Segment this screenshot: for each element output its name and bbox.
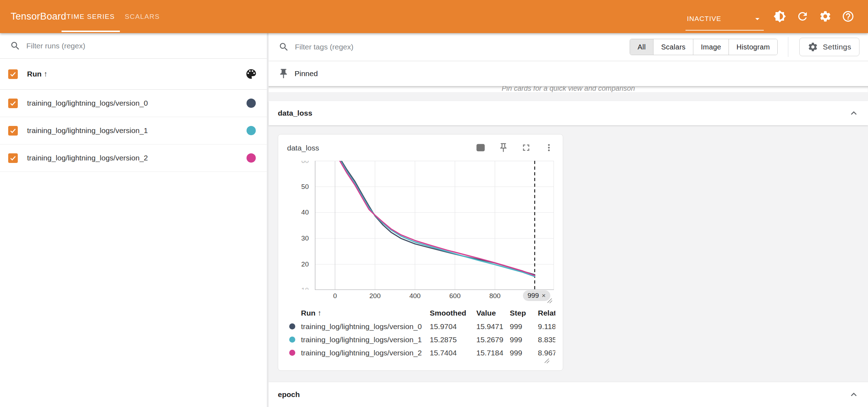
y-axis-labels: 203040501060 [294, 161, 312, 290]
x-tick-label: 400 [409, 292, 421, 300]
pin-card-button[interactable] [498, 142, 509, 153]
cell-run: training_log/lightning_logs/version_2 [301, 349, 430, 357]
col-value[interactable]: Value [476, 309, 510, 317]
x-tick-label: 200 [369, 292, 381, 300]
filter-all-button[interactable]: All [630, 39, 653, 55]
series-line[interactable] [339, 161, 535, 276]
main-panel: All Scalars Image Histogram Settings Pin… [269, 33, 868, 407]
cell-step: 999 [510, 322, 538, 331]
filter-image-button[interactable]: Image [693, 39, 729, 55]
toolbar-divider [788, 37, 788, 57]
run-checkbox[interactable] [8, 126, 18, 136]
run-values-table: Run ↑ Smoothed Value Step Relative train… [287, 306, 555, 362]
filter-tags-input[interactable] [295, 43, 630, 51]
refresh-icon [796, 10, 809, 23]
check-icon [9, 154, 17, 162]
section-gap [269, 92, 868, 101]
tag-type-filter-group: All Scalars Image Histogram [630, 39, 778, 55]
section-title: epoch [278, 390, 848, 399]
card-toolbar [475, 142, 554, 153]
fullscreen-button[interactable] [521, 142, 531, 153]
x-tick-label: 800 [489, 292, 501, 300]
fit-domain-button[interactable] [475, 142, 486, 153]
cell-relative: 8.967 [538, 349, 555, 357]
brightness-icon [773, 10, 786, 23]
settings-gear-button[interactable] [819, 10, 832, 23]
run-color-dot [289, 350, 295, 356]
cards-area: data_loss [269, 125, 868, 382]
table-header-row: Run ↑ Smoothed Value Step Relative [287, 306, 555, 320]
collapse-section-button[interactable] [848, 389, 859, 400]
close-icon[interactable]: × [542, 292, 546, 300]
cell-smoothed: 15.7404 [430, 349, 476, 357]
pinned-section-header: Pinned [269, 61, 868, 86]
more-vert-icon [544, 142, 554, 153]
help-icon [842, 10, 854, 23]
y-tick-label: 50 [294, 182, 309, 191]
run-color-dot[interactable] [247, 126, 256, 135]
refresh-button[interactable] [796, 10, 809, 23]
app-header: TensorBoard TIME SERIES SCALARS INACTIVE [0, 0, 868, 33]
run-row-version-1: training_log/lightning_logs/version_1 [0, 117, 267, 144]
filter-runs-input[interactable] [26, 42, 267, 50]
search-icon [10, 41, 21, 51]
settings-button[interactable]: Settings [799, 38, 859, 56]
table-row: training_log/lightning_logs/version_0 15… [287, 320, 555, 333]
section-header-epoch[interactable]: epoch [269, 382, 868, 407]
filter-scalars-button[interactable]: Scalars [653, 39, 693, 55]
y-tick-label: 10 [294, 286, 309, 290]
line-chart[interactable] [315, 161, 554, 290]
select-all-runs-checkbox[interactable] [8, 69, 18, 79]
palette-icon[interactable] [245, 68, 258, 80]
card-menu-button[interactable] [544, 142, 554, 153]
cell-run: training_log/lightning_logs/version_0 [301, 322, 430, 331]
main-tabs: TIME SERIES SCALARS [62, 0, 165, 33]
chart-plot-area[interactable] [315, 161, 554, 290]
col-relative[interactable]: Relative [538, 309, 555, 317]
search-icon [279, 42, 289, 52]
y-tick-label: 20 [294, 260, 309, 269]
run-color-dot[interactable] [247, 153, 256, 163]
chevron-up-icon [848, 107, 859, 119]
filter-runs-row [0, 33, 267, 59]
filter-histogram-button[interactable]: Histogram [729, 39, 777, 55]
cell-step: 999 [510, 335, 538, 344]
table-resize-handle[interactable] [543, 357, 550, 364]
app-title: TensorBoard [0, 11, 62, 22]
col-run[interactable]: Run ↑ [301, 309, 430, 317]
collapse-section-button[interactable] [848, 107, 859, 119]
cell-step: 999 [510, 349, 538, 357]
help-button[interactable] [842, 10, 854, 23]
y-tick-label: 40 [294, 208, 309, 217]
section-title: data_loss [278, 109, 848, 117]
run-checkbox[interactable] [8, 153, 18, 163]
series-line[interactable] [339, 161, 535, 275]
section-header-data-loss[interactable]: data_loss [269, 101, 868, 125]
series-line[interactable] [339, 161, 535, 275]
run-row-version-2: training_log/lightning_logs/version_2 [0, 144, 267, 172]
cell-relative: 9.118 [538, 322, 555, 331]
table-row: training_log/lightning_logs/version_2 15… [287, 346, 555, 359]
run-checkbox[interactable] [8, 99, 18, 108]
tab-time-series[interactable]: TIME SERIES [62, 0, 120, 33]
cell-smoothed: 15.9704 [430, 322, 476, 331]
brightness-toggle-button[interactable] [773, 10, 786, 23]
reload-status-dropdown[interactable]: INACTIVE [686, 8, 764, 31]
y-tick-label: 60 [294, 161, 309, 165]
run-label: training_log/lightning_logs/version_0 [27, 99, 247, 107]
scalar-card-data-loss: data_loss [278, 134, 563, 371]
fit-to-data-icon [475, 142, 486, 153]
tab-scalars[interactable]: SCALARS [120, 0, 165, 33]
run-color-dot[interactable] [247, 99, 256, 108]
col-smoothed[interactable]: Smoothed [430, 309, 476, 317]
dropdown-caret-icon [752, 14, 762, 24]
runs-column-header[interactable]: Run ↑ [27, 70, 245, 78]
pin-icon [498, 142, 509, 153]
col-step[interactable]: Step [510, 309, 538, 317]
run-label: training_log/lightning_logs/version_1 [27, 126, 247, 135]
runs-header-row: Run ↑ [0, 59, 267, 90]
cursor-step-value: 999 [528, 292, 539, 300]
run-label: training_log/lightning_logs/version_2 [27, 154, 247, 162]
gear-icon [819, 10, 832, 23]
pinned-hint-text: Pin cards for a quick view and compariso… [502, 86, 635, 92]
